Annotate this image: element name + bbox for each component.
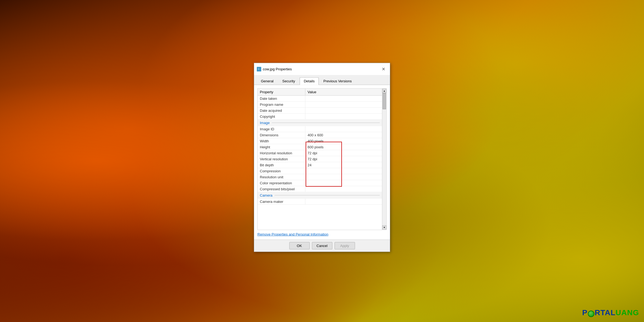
prop-height: Height <box>258 144 305 150</box>
row-height: Height 600 pixels <box>258 144 382 150</box>
header-value: Value <box>305 88 382 95</box>
val-camera-maker <box>305 201 382 202</box>
prop-date-acquired: Date acquired <box>258 107 305 113</box>
properties-container: Property Value Date taken Program name D… <box>257 88 387 230</box>
scrollbar-track[interactable]: ▲ ▼ <box>382 88 386 230</box>
prop-color-rep: Color representation <box>258 180 305 186</box>
val-width: 400 pixels <box>305 138 382 144</box>
prop-camera-maker: Camera maker <box>258 198 305 204</box>
header-property: Property <box>258 88 305 95</box>
prop-compressed-bits: Compressed bits/pixel <box>258 186 305 192</box>
section-line-camera <box>275 195 380 195</box>
table-header: Property Value <box>258 88 382 95</box>
val-dimensions: 400 x 600 <box>305 132 382 138</box>
logo-text: P RTALUANG <box>582 308 639 317</box>
prop-compression: Compression <box>258 168 305 174</box>
row-image-id: Image ID <box>258 126 382 132</box>
val-compressed-bits <box>305 188 382 190</box>
prop-dimensions: Dimensions <box>258 132 305 138</box>
row-width: Width 400 pixels <box>258 138 382 144</box>
prop-horiz-res: Horizontal resolution <box>258 150 305 156</box>
svg-marker-1 <box>260 67 260 68</box>
val-image-id <box>305 128 382 130</box>
scroll-thumb[interactable] <box>383 93 386 109</box>
portal-logo: P RTALUANG <box>582 308 639 317</box>
logo-uang: UANG <box>616 308 639 317</box>
row-dimensions: Dimensions 400 x 600 <box>258 132 382 138</box>
prop-program-name: Program name <box>258 101 305 107</box>
section-line-image <box>272 123 380 123</box>
prop-image-id: Image ID <box>258 126 305 132</box>
tab-previous-versions[interactable]: Previous Versions <box>319 77 356 85</box>
dialog-footer: OK Cancel Apply <box>254 239 390 251</box>
title-left: cow.jpg Properties <box>257 67 292 71</box>
val-vert-res: 72 dpi <box>305 156 382 162</box>
val-copyright <box>305 116 382 117</box>
row-date-taken: Date taken <box>258 95 382 101</box>
ok-button[interactable]: OK <box>289 242 310 249</box>
properties-dialog: cow.jpg Properties ✕ General Security De… <box>254 63 390 252</box>
prop-date-taken: Date taken <box>258 95 305 101</box>
row-horiz-res: Horizontal resolution 72 dpi <box>258 150 382 156</box>
row-bit-depth: Bit depth 24 <box>258 162 382 168</box>
row-copyright: Copyright <box>258 113 382 119</box>
close-button[interactable]: ✕ <box>380 65 387 73</box>
scroll-up-arrow[interactable]: ▲ <box>382 89 386 93</box>
prop-copyright: Copyright <box>258 113 305 119</box>
tab-bar: General Security Details Previous Versio… <box>254 75 390 85</box>
logo-coin-container <box>588 309 595 318</box>
section-header-image: Image <box>258 119 382 126</box>
remove-properties-link[interactable]: Remove Properties and Personal Informati… <box>257 232 387 236</box>
properties-table[interactable]: Property Value Date taken Program name D… <box>258 88 382 230</box>
prop-bit-depth: Bit depth <box>258 162 305 168</box>
prop-width: Width <box>258 138 305 144</box>
val-color-rep <box>305 182 382 184</box>
row-compressed-bits: Compressed bits/pixel <box>258 186 382 192</box>
prop-resolution-unit: Resolution unit <box>258 174 305 180</box>
row-compression: Compression <box>258 168 382 174</box>
section-label-camera: Camera <box>260 193 272 197</box>
val-horiz-res: 72 dpi <box>305 150 382 156</box>
section-header-camera: Camera <box>258 192 382 198</box>
row-program-name: Program name <box>258 101 382 107</box>
row-date-acquired: Date acquired <box>258 107 382 113</box>
row-resolution-unit: Resolution unit <box>258 174 382 180</box>
row-color-rep: Color representation <box>258 180 382 186</box>
val-height: 600 pixels <box>305 144 382 150</box>
dialog-body: Property Value Date taken Program name D… <box>254 85 390 239</box>
apply-button[interactable]: Apply <box>335 242 355 249</box>
val-program-name <box>305 104 382 105</box>
val-compression <box>305 170 382 172</box>
row-camera-maker: Camera maker <box>258 198 382 204</box>
tab-general[interactable]: General <box>257 77 278 85</box>
row-vert-res: Vertical resolution 72 dpi <box>258 156 382 162</box>
tab-security[interactable]: Security <box>278 77 299 85</box>
val-bit-depth: 24 <box>305 162 382 168</box>
file-icon <box>257 67 261 71</box>
titlebar: cow.jpg Properties ✕ <box>254 63 390 75</box>
section-label-image: Image <box>260 121 270 125</box>
val-resolution-unit <box>305 176 382 178</box>
val-date-taken <box>305 98 382 99</box>
prop-vert-res: Vertical resolution <box>258 156 305 162</box>
val-date-acquired <box>305 110 382 111</box>
svg-rect-0 <box>258 67 260 70</box>
tab-details[interactable]: Details <box>300 77 319 85</box>
scroll-down-arrow[interactable]: ▼ <box>382 225 386 229</box>
cancel-button[interactable]: Cancel <box>312 242 332 249</box>
dialog-title: cow.jpg Properties <box>263 67 292 71</box>
scroll-track-body[interactable] <box>382 93 386 225</box>
